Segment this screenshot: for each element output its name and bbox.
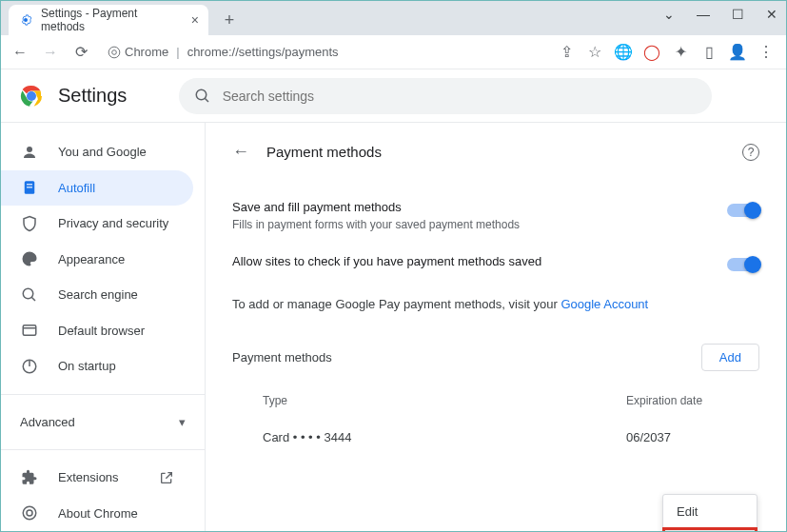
chrome-icon xyxy=(20,504,39,522)
extension-opera-icon[interactable]: ◯ xyxy=(643,44,660,61)
svg-rect-14 xyxy=(23,325,36,336)
settings-gear-icon xyxy=(18,12,33,28)
toggle-save-fill[interactable] xyxy=(727,204,759,217)
help-icon[interactable]: ? xyxy=(742,144,759,161)
new-tab-button[interactable]: + xyxy=(216,7,243,33)
chrome-security-icon: Chrome xyxy=(108,45,168,59)
palette-icon xyxy=(20,250,39,267)
sidebar-item-privacy[interactable]: Privacy and security xyxy=(1,206,193,242)
menu-item-edit[interactable]: Edit xyxy=(663,495,757,528)
card-expiration: 06/2037 xyxy=(626,430,759,444)
autofill-icon xyxy=(20,179,39,196)
svg-rect-10 xyxy=(27,185,32,186)
window-titlebar: Settings - Payment methods × + ⌄ — ☐ ✕ xyxy=(1,1,786,35)
toggle-allow-check[interactable] xyxy=(727,258,759,271)
svg-line-7 xyxy=(205,98,208,102)
search-icon xyxy=(20,286,39,304)
browser-toolbar: ← → ⟳ Chrome | chrome://settings/payment… xyxy=(1,35,786,69)
sidebar-item-default-browser[interactable]: Default browser xyxy=(1,313,193,349)
section-title: Payment methods xyxy=(266,144,725,160)
svg-point-0 xyxy=(24,18,28,22)
payment-table-header: Type Expiration date xyxy=(232,386,759,415)
share-icon[interactable]: ⇪ xyxy=(558,44,575,61)
url-text: chrome://settings/payments xyxy=(187,45,339,59)
card-context-menu: Edit Remove xyxy=(662,494,757,531)
sidebar-item-you-and-google[interactable]: You and Google xyxy=(1,134,193,170)
settings-header: Settings xyxy=(1,69,786,123)
svg-point-5 xyxy=(28,92,35,100)
profile-avatar-icon[interactable]: 👤 xyxy=(729,44,746,61)
toolbar-actions: ⇪ ☆ 🌐 ◯ ✦ ▯ 👤 ⋮ xyxy=(558,44,778,61)
sidebar-label: On startup xyxy=(58,359,116,373)
add-button[interactable]: Add xyxy=(701,344,759,371)
shield-icon xyxy=(20,215,39,232)
svg-point-1 xyxy=(108,47,120,58)
bookmark-star-icon[interactable]: ☆ xyxy=(586,44,603,61)
external-link-icon xyxy=(159,470,174,485)
sidebar-advanced-toggle[interactable]: Advanced ▾ xyxy=(1,404,205,441)
browser-icon xyxy=(20,322,39,339)
setting-title: Save and fill payment methods xyxy=(232,200,727,214)
card-type: Card • • • • 3444 xyxy=(263,430,626,444)
sidebar-item-on-startup[interactable]: On startup xyxy=(1,348,193,384)
sidebar-item-extensions[interactable]: Extensions xyxy=(1,460,193,496)
settings-main: ← Payment methods ? Save and fill paymen… xyxy=(206,123,786,531)
svg-rect-11 xyxy=(27,187,32,188)
settings-sidebar: You and Google Autofill Privacy and secu… xyxy=(1,123,206,531)
menu-dots-icon[interactable]: ⋮ xyxy=(757,44,775,61)
maximize-icon[interactable]: ☐ xyxy=(729,7,746,22)
th-expiration: Expiration date xyxy=(626,394,759,407)
search-input[interactable] xyxy=(223,89,697,104)
svg-point-2 xyxy=(112,49,117,54)
payment-methods-label: Payment methods xyxy=(232,350,701,365)
setting-save-fill: Save and fill payment methods Fills in p… xyxy=(232,188,759,243)
close-window-icon[interactable]: ✕ xyxy=(763,7,780,22)
payment-row[interactable]: Card • • • • 3444 06/2037 xyxy=(232,415,759,460)
person-icon xyxy=(20,144,39,161)
extension-globe-icon[interactable]: 🌐 xyxy=(615,44,632,61)
window-controls: ⌄ — ☐ ✕ xyxy=(660,7,780,22)
sidepanel-icon[interactable]: ▯ xyxy=(700,44,718,61)
sidebar-label: Search engine xyxy=(58,287,138,302)
power-icon xyxy=(20,358,39,375)
sidebar-label: Extensions xyxy=(58,470,119,484)
setting-desc: Fills in payment forms with your saved p… xyxy=(232,218,727,231)
sidebar-item-about-chrome[interactable]: About Chrome xyxy=(1,496,193,532)
sidebar-label: You and Google xyxy=(58,145,147,159)
svg-line-13 xyxy=(31,297,35,301)
sidebar-label: About Chrome xyxy=(58,506,138,521)
page-title: Settings xyxy=(58,85,127,107)
puzzle-icon xyxy=(20,469,39,486)
chrome-logo-icon xyxy=(20,85,43,108)
browser-tab[interactable]: Settings - Payment methods × xyxy=(9,5,208,35)
tab-title: Settings - Payment methods xyxy=(41,7,184,33)
close-tab-icon[interactable]: × xyxy=(191,12,199,28)
sidebar-label: Privacy and security xyxy=(58,216,168,230)
forward-button[interactable]: → xyxy=(39,41,62,64)
sidebar-label: Default browser xyxy=(58,324,145,338)
address-bar[interactable]: Chrome | chrome://settings/payments xyxy=(100,45,550,59)
minimize-icon[interactable]: — xyxy=(695,7,712,22)
svg-point-18 xyxy=(23,507,36,521)
svg-point-12 xyxy=(23,288,33,299)
sidebar-item-appearance[interactable]: Appearance xyxy=(1,242,193,278)
extensions-puzzle-icon[interactable]: ✦ xyxy=(672,44,689,61)
sidebar-item-search-engine[interactable]: Search engine xyxy=(1,277,193,313)
setting-allow-check: Allow sites to check if you have payment… xyxy=(232,243,759,284)
menu-item-remove[interactable]: Remove xyxy=(663,528,757,531)
svg-point-6 xyxy=(196,89,207,100)
sidebar-item-autofill[interactable]: Autofill xyxy=(1,170,193,207)
reload-button[interactable]: ⟳ xyxy=(69,41,92,64)
settings-search[interactable] xyxy=(179,78,712,114)
back-arrow-icon[interactable]: ← xyxy=(232,142,249,162)
svg-point-8 xyxy=(27,147,32,152)
chevron-down-icon: ▾ xyxy=(179,415,186,429)
sidebar-label: Autofill xyxy=(58,181,95,195)
advanced-label: Advanced xyxy=(20,415,75,429)
sidebar-label: Appearance xyxy=(58,252,125,266)
setting-title: Allow sites to check if you have payment… xyxy=(232,254,727,268)
google-account-link[interactable]: Google Account xyxy=(561,297,648,311)
svg-point-19 xyxy=(27,510,32,516)
chevron-down-icon[interactable]: ⌄ xyxy=(660,7,678,22)
back-button[interactable]: ← xyxy=(9,41,31,64)
